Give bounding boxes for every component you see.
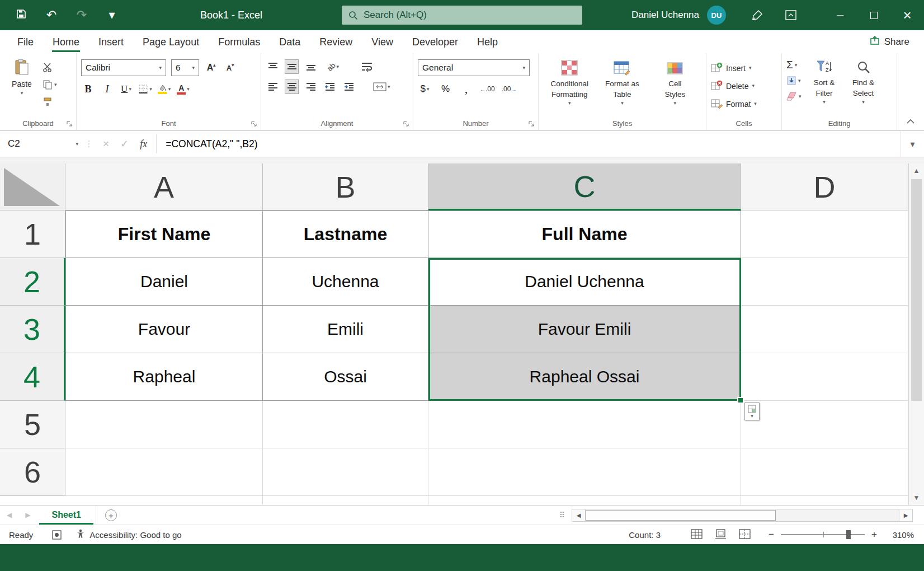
cell-a3[interactable]: Favour [65,306,263,353]
redo-icon[interactable]: ↷ [75,9,88,21]
tab-scrollbar-splitter-icon[interactable]: ⠿ [559,511,572,519]
increase-font-size-button[interactable]: A▴ [204,60,218,75]
column-header-b[interactable]: B [263,163,428,210]
cell-c6[interactable] [428,448,741,496]
clipboard-dialog-launcher-icon[interactable] [66,120,73,127]
horizontal-scrollbar-thumb[interactable] [586,510,776,521]
borders-button[interactable]: ▾ [138,82,152,96]
fill-color-button[interactable]: ▾ [157,82,171,96]
page-break-preview-icon[interactable] [739,529,751,541]
accessibility-status[interactable]: Accessibility: Good to go [76,529,181,540]
tab-help[interactable]: Help [468,30,507,53]
inking-pen-icon[interactable] [741,0,774,30]
alignment-dialog-launcher-icon[interactable] [403,120,409,127]
format-painter-button[interactable] [43,96,57,108]
cell-c7[interactable] [428,496,741,505]
tab-developer[interactable]: Developer [403,30,468,53]
minimize-button[interactable]: – [823,0,857,30]
tab-formulas[interactable]: Formulas [209,30,270,53]
accounting-format-button[interactable]: $▾ [418,82,432,96]
row-header-6[interactable]: 6 [0,448,65,496]
avatar[interactable]: DU [707,6,726,25]
align-left-button[interactable] [266,79,280,94]
page-layout-view-icon[interactable] [715,529,727,541]
decrease-indent-button[interactable] [323,79,337,94]
horizontal-scrollbar-track[interactable] [586,509,899,522]
cell-c3[interactable]: Favour Emili [428,306,741,353]
formula-bar-resize-handle[interactable]: ⋮ [84,131,94,157]
horizontal-scrollbar[interactable]: ◀ ▶ [572,509,913,522]
tab-file[interactable]: File [8,30,43,53]
expand-formula-bar-icon[interactable]: ▾ [901,131,924,157]
bottom-align-button[interactable] [304,59,318,74]
decrease-decimal-button[interactable]: .00→ [502,82,517,96]
search-input[interactable] [364,10,554,21]
autosum-button[interactable]: Σ▾ [786,59,802,71]
tab-page-layout[interactable]: Page Layout [133,30,209,53]
cell-b1[interactable]: Lastname [263,210,428,258]
zoom-out-button[interactable]: − [765,529,777,540]
tab-data[interactable]: Data [270,30,310,53]
middle-align-button[interactable] [285,59,299,74]
formula-input[interactable]: =CONCAT(A2," ",B2) [157,131,901,157]
tab-home[interactable]: Home [43,30,89,53]
fill-handle[interactable] [737,397,744,404]
cell-b6[interactable] [263,448,428,496]
autofill-options-button[interactable]: ▾ [744,402,760,420]
cell-d5[interactable] [741,401,908,448]
font-size-select[interactable]: 6▾ [171,59,199,76]
customize-quick-access-icon[interactable]: ▾ [105,9,119,21]
decrease-font-size-button[interactable]: A▾ [223,60,237,75]
zoom-slider-thumb[interactable] [846,530,851,539]
share-button[interactable]: Share [870,30,909,53]
scroll-right-icon[interactable]: ▶ [899,509,913,522]
merge-center-button[interactable]: ▾ [373,79,390,94]
row-header-3[interactable]: 3 [0,306,65,353]
cell-b7[interactable] [263,496,428,505]
new-sheet-button[interactable]: + [105,509,117,521]
percent-style-button[interactable]: % [439,82,452,96]
cut-button[interactable] [43,61,57,73]
maximize-button[interactable] [857,0,890,30]
cell-b3[interactable]: Emili [263,306,428,353]
row-header-4[interactable]: 4 [0,353,65,401]
underline-button[interactable]: U▾ [119,82,133,96]
insert-cells-button[interactable]: Insert ▾ [711,60,777,76]
undo-icon[interactable]: ↶ [45,9,58,21]
cell-a5[interactable] [65,401,263,448]
italic-button[interactable]: I [100,82,114,96]
tab-view[interactable]: View [362,30,403,53]
font-dialog-launcher-icon[interactable] [251,120,257,127]
cell-d6[interactable] [741,448,908,496]
tab-insert[interactable]: Insert [89,30,133,53]
cell-d3[interactable] [741,306,908,353]
font-name-select[interactable]: Calibri▾ [81,59,166,76]
clear-button[interactable]: ▾ [786,90,802,102]
increase-decimal-button[interactable]: ←.00 [480,82,495,96]
next-sheet-icon[interactable]: ▶ [18,511,37,519]
cell-b4[interactable]: Ossai [263,353,428,401]
cell-a6[interactable] [65,448,263,496]
cell-d4[interactable] [741,353,908,401]
cell-b2[interactable]: Uchenna [263,258,428,306]
cell-d2[interactable] [741,258,908,306]
ribbon-display-options-icon[interactable] [774,0,808,30]
center-button[interactable] [285,79,299,94]
delete-cells-button[interactable]: Delete ▾ [711,78,777,93]
cell-a7[interactable] [65,496,263,505]
sheet-tab-sheet1[interactable]: Sheet1 [37,506,96,525]
row-header-5[interactable]: 5 [0,401,65,448]
increase-indent-button[interactable] [342,79,356,94]
tab-review[interactable]: Review [310,30,362,53]
bold-button[interactable]: B [81,82,95,96]
fill-button[interactable]: ▾ [786,74,802,87]
save-icon[interactable] [15,8,28,22]
cell-a1[interactable]: First Name [65,210,263,258]
cell-c4[interactable]: Rapheal Ossai [428,353,741,401]
cell-c2[interactable]: Daniel Uchenna [428,258,741,306]
collapse-ribbon-icon[interactable] [906,119,915,124]
scroll-up-icon[interactable]: ▲ [909,163,924,178]
column-header-a[interactable]: A [65,163,263,210]
wrap-text-button[interactable] [360,59,374,74]
vertical-scrollbar[interactable]: ▲ ▼ [908,163,924,505]
